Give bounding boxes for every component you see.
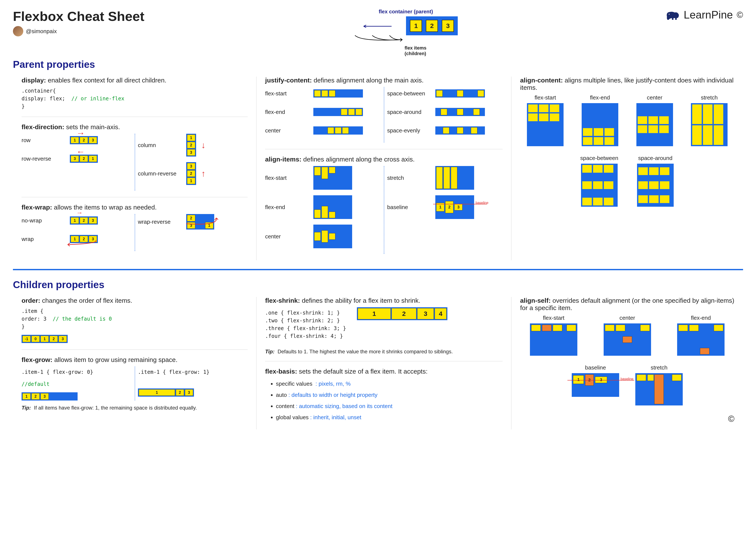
brand-name: LearnPine bbox=[684, 9, 733, 21]
avatar bbox=[13, 26, 23, 37]
hero-item: 3 bbox=[442, 20, 454, 32]
align-items-title: align-items: defines alignment along the… bbox=[265, 156, 502, 163]
demo bbox=[604, 323, 651, 356]
opt-ac-stretch: stretch bbox=[684, 94, 735, 101]
children-heading: Children properties bbox=[13, 279, 743, 291]
opt-as-stretch: stretch bbox=[631, 364, 688, 371]
opt-as-start: flex-start bbox=[520, 315, 587, 321]
demo bbox=[313, 166, 352, 190]
flex-wrap-title: flex-wrap: allows the items to wrap as n… bbox=[21, 204, 248, 211]
baseline-label: baseline bbox=[475, 201, 489, 205]
demo bbox=[530, 323, 577, 356]
demo bbox=[313, 195, 352, 219]
opt-ai-end: flex-end bbox=[265, 204, 308, 211]
baseline-label: baseline bbox=[621, 377, 634, 381]
demo-column-reverse: 321 bbox=[186, 162, 196, 185]
opt-ai-center: center bbox=[265, 233, 308, 240]
arrow-icon bbox=[362, 25, 405, 28]
flex-shrink-title: flex-shrink: defines the ability for a f… bbox=[265, 297, 502, 304]
arrow-right-icon: → bbox=[76, 209, 83, 216]
opt-wrap-reverse: wrap-reverse bbox=[138, 218, 181, 225]
opt-as-baseline: baseline bbox=[567, 364, 624, 371]
demo bbox=[313, 89, 363, 97]
opt-ac-start: flex-start bbox=[520, 94, 570, 101]
display-title: display: enables flex context for all di… bbox=[21, 77, 248, 84]
flex-basis-title: flex-basis: sets the default size of a f… bbox=[265, 368, 502, 375]
order-code: .item { order: 3 // the default is 0 } bbox=[21, 307, 248, 331]
col-align-content: align-content: aligns multiple lines, li… bbox=[511, 77, 743, 260]
svg-point-0 bbox=[669, 14, 670, 15]
demo bbox=[677, 323, 724, 356]
grow-code-b: .item-1 { flex-grow: 1} bbox=[138, 368, 248, 376]
opt-no-wrap: no-wrap bbox=[21, 217, 65, 224]
opt-column-reverse: column-reverse bbox=[138, 170, 181, 177]
demo bbox=[581, 164, 618, 207]
demo-grow-1: 123 bbox=[138, 389, 194, 396]
arrow-icon bbox=[348, 35, 409, 44]
section-divider bbox=[13, 269, 743, 270]
opt-column: column bbox=[138, 142, 181, 149]
header-row: Flexbox Cheat Sheet @simonpaix flex cont… bbox=[13, 9, 743, 56]
arrow-up-icon: ↑ bbox=[201, 169, 205, 179]
demo bbox=[637, 164, 674, 207]
arrow-right-icon: → bbox=[76, 128, 85, 138]
demo bbox=[582, 103, 618, 146]
opt-as-end: flex-end bbox=[667, 315, 735, 321]
demo: 123 bbox=[435, 195, 474, 219]
elephant-icon bbox=[665, 10, 680, 20]
col-order-grow: order: changes the order of flex items. … bbox=[13, 297, 256, 429]
children-columns: order: changes the order of flex items. … bbox=[13, 297, 743, 429]
opt-ai-start: flex-start bbox=[265, 175, 308, 181]
hero-container-label: flex container (parent) bbox=[379, 9, 461, 15]
hero-items-label: flex items (children) bbox=[405, 45, 461, 56]
demo bbox=[635, 373, 683, 405]
hero-item: 2 bbox=[426, 20, 438, 32]
col-justify-align-items: justify-content: defines alignment along… bbox=[256, 77, 511, 260]
demo-grow-0: 123 bbox=[21, 392, 78, 400]
logo-area: LearnPine © bbox=[665, 9, 743, 21]
demo-wrap-reverse: 312 bbox=[186, 214, 214, 230]
opt-row-reverse: row-reverse bbox=[21, 156, 65, 162]
demo bbox=[435, 89, 485, 97]
opt-ai-stretch: stretch bbox=[387, 175, 430, 181]
opt-jc-evenly: space-evenly bbox=[387, 127, 430, 134]
opt-jc-end: flex-end bbox=[265, 109, 308, 115]
wrap-arrow-icon bbox=[184, 216, 221, 227]
opt-ac-between: space-between bbox=[574, 155, 625, 162]
shrink-tip: Tip:Defaults to 1. The highest the value… bbox=[265, 349, 502, 355]
parent-heading: Parent properties bbox=[13, 59, 743, 70]
demo bbox=[313, 108, 363, 116]
opt-wrap: wrap bbox=[21, 236, 65, 242]
demo: 1 2 3 baseline bbox=[572, 373, 619, 397]
display-code: .container{ display: flex; // or inline-… bbox=[21, 87, 248, 110]
col-shrink-basis: flex-shrink: defines the ability for a f… bbox=[256, 297, 511, 429]
wrap-arrow-icon bbox=[66, 239, 100, 248]
col-align-self: align-self: overrides default alignment … bbox=[511, 297, 743, 429]
demo-column: 123 bbox=[186, 134, 196, 157]
opt-as-center: center bbox=[594, 315, 661, 321]
demo bbox=[435, 108, 485, 116]
opt-jc-around: space-around bbox=[387, 109, 430, 115]
grow-tip: Tip:If all items have flex-grow: 1, the … bbox=[21, 405, 248, 411]
opt-ac-center: center bbox=[630, 94, 680, 101]
copyright-icon: © bbox=[737, 10, 743, 20]
parent-columns: display: enables flex context for all di… bbox=[13, 77, 743, 260]
demo bbox=[636, 103, 673, 146]
demo bbox=[313, 225, 352, 248]
flex-basis-list: specific values : pixels, rm, % auto : d… bbox=[276, 378, 502, 423]
demo bbox=[435, 126, 485, 135]
grow-code-a: .item-1 { flex-grow: 0} bbox=[21, 368, 131, 376]
grow-default: //default bbox=[21, 380, 131, 388]
demo-shrink: 1 2 3 4 bbox=[357, 307, 447, 320]
copyright-icon: © bbox=[520, 414, 735, 424]
demo bbox=[691, 103, 728, 146]
opt-jc-center: center bbox=[265, 127, 308, 134]
hero-flex-container: 1 2 3 bbox=[406, 16, 458, 35]
arrow-down-icon: ↓ bbox=[201, 140, 205, 150]
align-self-title: align-self: overrides default alignment … bbox=[520, 297, 735, 312]
author-row: @simonpaix bbox=[13, 26, 145, 37]
demo bbox=[527, 103, 564, 146]
demo-nowrap: 123 bbox=[70, 216, 98, 225]
hero-item: 1 bbox=[410, 20, 422, 32]
shrink-code: .one { flex-shrink: 1; } .two { flex-shr… bbox=[265, 309, 346, 340]
